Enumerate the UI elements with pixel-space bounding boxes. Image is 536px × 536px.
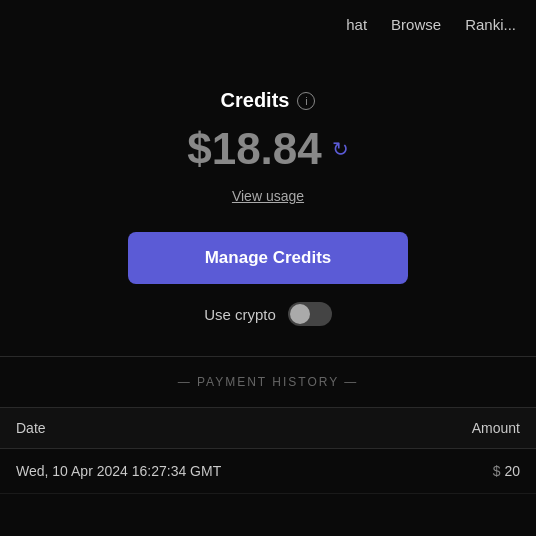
- col-date-header: Date: [0, 408, 376, 448]
- manage-credits-button[interactable]: Manage Credits: [128, 232, 408, 284]
- crypto-row: Use crypto: [204, 302, 332, 326]
- cell-amount-symbol: $: [493, 463, 501, 479]
- nav-browse[interactable]: Browse: [391, 16, 441, 33]
- credits-title-row: Credits i: [221, 89, 316, 112]
- credits-amount: $18.84: [187, 124, 322, 174]
- view-usage-link[interactable]: View usage: [232, 188, 304, 204]
- col-amount-header: Amount: [376, 408, 536, 448]
- section-divider: [0, 356, 536, 357]
- crypto-toggle[interactable]: [288, 302, 332, 326]
- cell-amount-value: 20: [504, 463, 520, 479]
- table-header: Date Amount: [0, 408, 536, 449]
- refresh-icon[interactable]: ↻: [332, 137, 349, 161]
- use-crypto-label: Use crypto: [204, 306, 276, 323]
- cell-amount: $ 20: [376, 449, 536, 493]
- nav-hat[interactable]: hat: [346, 16, 367, 33]
- nav-ranki[interactable]: Ranki...: [465, 16, 516, 33]
- cell-date: Wed, 10 Apr 2024 16:27:34 GMT: [0, 449, 376, 493]
- table-row: Wed, 10 Apr 2024 16:27:34 GMT $ 20: [0, 449, 536, 494]
- top-nav: hat Browse Ranki...: [0, 0, 536, 49]
- payment-history-label: — PAYMENT HISTORY —: [178, 375, 359, 389]
- amount-row: $18.84 ↻: [187, 124, 349, 174]
- info-icon[interactable]: i: [297, 92, 315, 110]
- payment-history-table: Date Amount Wed, 10 Apr 2024 16:27:34 GM…: [0, 407, 536, 494]
- main-content: Credits i $18.84 ↻ View usage Manage Cre…: [0, 49, 536, 494]
- toggle-knob: [290, 304, 310, 324]
- credits-title: Credits: [221, 89, 290, 112]
